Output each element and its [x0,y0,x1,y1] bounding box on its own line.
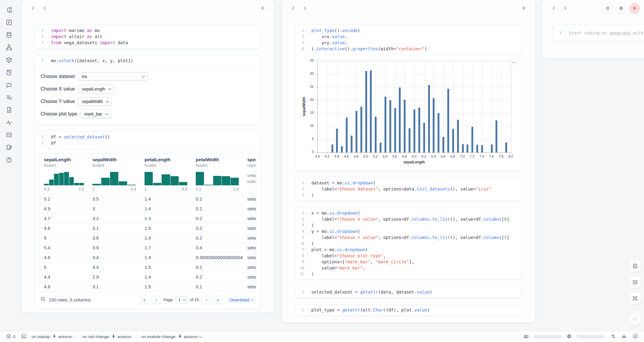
next-page-button[interactable]: › [202,296,211,304]
bar[interactable] [438,113,439,152]
stop-button[interactable] [629,313,641,325]
command-palette-button[interactable] [629,292,641,304]
page-select[interactable]: 1 [175,296,188,303]
chart-menu-button[interactable]: ••• [509,58,519,67]
bar[interactable] [370,70,372,152]
notebook-pen-icon[interactable] [5,144,13,151]
table-row[interactable]: 5.13.51.40.2setosa [40,194,256,204]
download-button[interactable]: Download [228,297,255,303]
bar[interactable] [404,100,406,152]
code-cell-plot-type[interactable]: 1plot_type = getattr(alt.Chart(df), plot… [295,304,522,316]
bar[interactable] [331,144,333,152]
code-editor[interactable]: 1⌄x = mo.ui.dropdown(2 label="Choose X v… [295,208,521,280]
assistant-robot-button[interactable] [621,333,627,340]
y-value-select[interactable]: sepalWidth [78,97,112,106]
bar[interactable] [336,129,338,152]
bar[interactable] [375,117,377,152]
bar[interactable] [423,123,425,152]
bar[interactable] [389,100,391,152]
on-cell-change-setting[interactable]: on cell change: autorun [82,333,132,340]
code-cell-vstack[interactable]: 1mo.vstack([dataset, x, y, plot]) Choose… [35,55,261,125]
bar[interactable] [471,127,473,152]
bar[interactable] [365,71,367,152]
table-row[interactable]: 53.61.40.2setosa [40,233,256,243]
chat-bot-icon[interactable] [5,81,13,89]
ai-sparkles-button[interactable] [610,333,616,340]
table-column-header[interactable]: species object unique: nulls: [243,153,256,194]
first-page-button[interactable]: « [140,296,149,304]
settings-gear-button[interactable] [616,3,626,13]
column-1-move-left-button[interactable] [29,5,37,12]
code-cell-xy-plot-dropdowns[interactable]: 1⌄x = mo.ui.dropdown(2 label="Choose X v… [295,207,522,280]
activity-icon[interactable] [5,119,13,126]
add-cell-button[interactable] [259,5,267,12]
bar[interactable] [452,129,454,152]
code-editor[interactable]: 1plot_type = getattr(alt.Chart(df), plot… [295,305,521,315]
bar[interactable] [346,118,348,152]
terminal-button[interactable] [20,333,27,340]
bar[interactable] [360,107,362,152]
bar[interactable] [394,108,396,152]
code-cell-dataframe[interactable]: 1df = selected_dataset()2df sepalLength … [35,131,261,309]
table-row[interactable]: 4.63.11.50.2setosa [40,223,256,233]
help-icon[interactable] [5,156,13,164]
errors-indicator[interactable]: 0 [5,333,16,340]
column-1-move-right-button[interactable] [41,5,48,12]
table-row[interactable]: 4.931.40.2setosa [40,204,256,213]
dataset-select[interactable]: iris [78,72,148,81]
table-row[interactable]: 53.41.50.2setosa [40,262,256,272]
column-3-move-right-button[interactable] [562,5,569,12]
bar[interactable] [457,120,459,152]
x-value-select[interactable]: sepalLength [78,85,114,93]
table-row[interactable]: 4.42.91.40.2setosa [40,272,256,282]
bar[interactable] [476,145,478,152]
code-cell-selected-dataset[interactable]: 1selected_dataset = getattr(data, datase… [295,286,522,298]
bar[interactable] [505,142,507,152]
table-row[interactable]: 5.43.91.70.4setosa [40,243,256,252]
on-module-change-setting[interactable]: on module change: autorun [141,333,202,340]
bar[interactable] [409,128,410,152]
prev-page-button[interactable]: ‹ [152,296,161,304]
code-window-icon[interactable] [5,131,13,139]
connection-status-button[interactable] [632,333,639,340]
bar[interactable] [413,109,415,152]
add-cell-button[interactable] [520,5,528,12]
last-page-button[interactable]: » [213,296,223,304]
function-icon[interactable] [5,19,13,27]
close-button[interactable] [629,3,640,13]
table-column-header[interactable]: sepalLength float64 4.37.9 [40,153,88,194]
bar[interactable] [399,87,401,152]
bar[interactable] [385,97,386,152]
table-column-header[interactable]: sepalWidth float64 24.4 [88,153,140,194]
bar[interactable] [351,136,352,152]
bar[interactable] [356,111,357,152]
empty-code-cell[interactable]: 1Start coding or generate with AI [553,25,644,41]
bar[interactable] [467,144,468,152]
code-editor[interactable]: 1df = selected_dataset()2df [35,131,260,148]
bar[interactable] [380,143,381,152]
code-editor[interactable]: 1⌄plot_type().encode(2 x=x.value,3 y=y.v… [295,25,521,54]
table-row[interactable]: 4.93.11.50.1setosa [40,282,256,291]
table-row[interactable]: 4.63.41.40.30000000000000004setosa [40,252,256,262]
bar[interactable] [341,146,343,152]
altair-bar-chart[interactable]: 4.04.24.44.64.85.05.25.45.65.86.06.26.46… [300,59,517,166]
menu-button[interactable] [603,3,613,13]
bar[interactable] [428,85,430,152]
save-button[interactable] [629,260,641,272]
table-column-header[interactable]: petalLength float64 16.9 [140,153,191,194]
layout-button[interactable] [629,276,641,288]
bar[interactable] [462,144,464,152]
sitemap-icon[interactable] [5,44,13,52]
code-editor[interactable]: 1mo.vstack([dataset, x, y, plot]) [35,55,260,66]
script-icon[interactable] [5,69,13,77]
package-icon[interactable] [5,56,13,64]
code-editor[interactable]: 1Start coding or generate with AI [553,25,644,41]
bar[interactable] [491,144,493,152]
code-editor[interactable]: 1import marimo as mo2import altair as al… [35,25,260,48]
bar[interactable] [442,137,444,152]
bar[interactable] [481,145,483,152]
plot-type-select[interactable]: mark_bar [80,110,111,118]
column-2-move-left-button[interactable] [290,5,297,12]
table-row[interactable]: 4.73.21.30.2setosa [40,213,256,223]
bar[interactable] [433,98,435,152]
